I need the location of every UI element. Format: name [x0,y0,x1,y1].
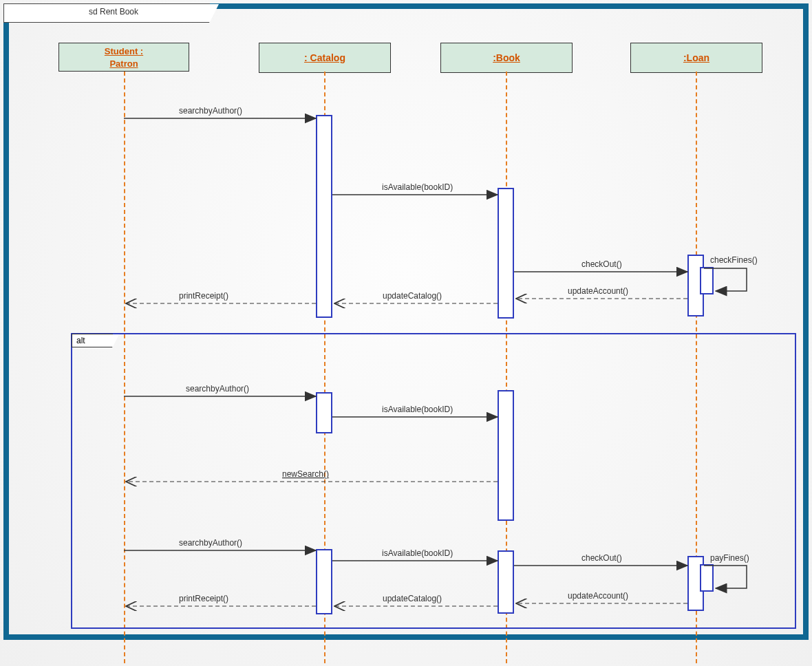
activation-catalog-2 [316,392,332,433]
diagram-canvas: sd Rent Book Student : Patron : Catalog … [0,0,812,666]
activation-book-2 [498,390,514,521]
activation-catalog-1 [316,115,332,318]
activation-loan-self-1 [700,267,714,294]
participant-loan-label: :Loan [683,52,709,63]
alt-operator-label: alt [72,334,113,347]
alt-operator-text: alt [76,336,85,345]
activation-catalog-3 [316,549,332,614]
activation-book-1 [498,188,514,319]
participant-loan: :Loan [630,43,762,73]
participant-book: :Book [440,43,573,73]
activation-book-3 [498,550,514,614]
participant-book-label: :Book [493,52,520,63]
participant-catalog-label: : Catalog [304,52,345,63]
sd-frame-label-text: sd Rent Book [89,7,138,17]
participant-patron-label: Student : Patron [59,45,189,70]
participant-catalog: : Catalog [259,43,391,73]
participant-patron: Student : Patron [58,43,189,72]
sd-frame-label: sd Rent Book [3,3,210,23]
activation-loan-self-2 [700,564,714,592]
